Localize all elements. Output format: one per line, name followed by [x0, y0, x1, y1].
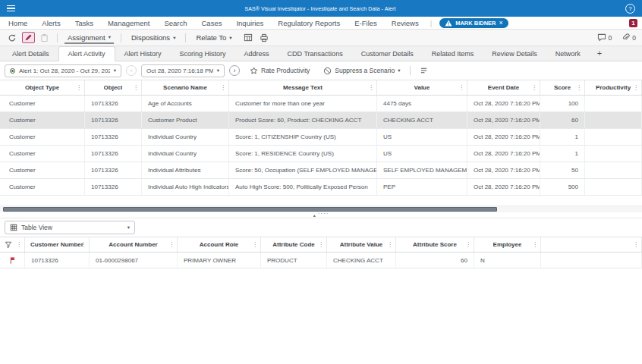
table-view-select[interactable]: Table View ▾	[5, 221, 135, 234]
column-menu-icon[interactable]: ⋮	[458, 85, 464, 91]
dispositions-button[interactable]: Dispositions ▾	[128, 32, 178, 43]
menu-item-search[interactable]: Search	[164, 19, 187, 27]
table-row[interactable]: Customer10713326Individual AttributesSco…	[0, 162, 642, 179]
column-menu-icon[interactable]: ⋮	[133, 85, 139, 91]
column-header-value[interactable]: Value⋮	[377, 80, 467, 95]
attachments-button[interactable]: 0	[622, 33, 636, 42]
comments-button[interactable]: 0	[597, 33, 612, 42]
scrollbar-thumb[interactable]	[3, 207, 497, 212]
column-menu-icon[interactable]: ⋮	[220, 85, 226, 91]
column-header-event-date[interactable]: Event Date⋮	[467, 80, 540, 95]
assignment-button[interactable]: Assignment ▾	[65, 32, 114, 44]
menu-item-home[interactable]: Home	[8, 19, 27, 27]
cell-object-type: Customer	[0, 179, 85, 195]
refresh-button[interactable]	[6, 33, 18, 43]
tab-alert-activity[interactable]: Alert Activity	[58, 46, 115, 61]
cell-productivity	[585, 179, 642, 195]
table-row[interactable]: Customer10713326Individual CountryScore:…	[0, 146, 642, 162]
close-icon[interactable]: ×	[499, 20, 503, 27]
suppress-scenario-button[interactable]: Suppress a Scenario ▾	[321, 65, 402, 77]
tab-network[interactable]: Network	[546, 47, 590, 61]
column-menu-icon[interactable]: ⋮	[576, 85, 582, 91]
column-header-score[interactable]: Score⋮	[540, 80, 585, 95]
column-menu-icon[interactable]: ⋮	[80, 242, 87, 248]
tab-cdd-transactions[interactable]: CDD Transactions	[279, 47, 352, 61]
column-header-scenario-name[interactable]: Scenario Name⋮	[142, 80, 229, 95]
menu-item-e-files[interactable]: E-Files	[354, 19, 377, 27]
column-header-label: Customer Number	[30, 241, 83, 248]
event-time-select[interactable]: Oct 28, 2020 7:16:18 PM ▾	[141, 64, 225, 77]
tab-review-details[interactable]: Review Details	[483, 47, 546, 61]
table-row[interactable]: 1071332601-0000298067PRIMARY OWNERPRODUC…	[0, 253, 642, 268]
filter-funnel-icon[interactable]	[5, 241, 12, 249]
relate-to-button[interactable]: Relate To ▾	[193, 32, 234, 43]
hamburger-menu-icon[interactable]	[7, 5, 15, 12]
column-header-account-role[interactable]: Account Role⋮	[178, 237, 261, 252]
column-header-object[interactable]: Object⋮	[85, 80, 142, 95]
print-button[interactable]	[258, 33, 270, 43]
column-menu-icon[interactable]: ⋮	[387, 242, 393, 248]
warning-triangle-icon	[445, 20, 452, 27]
flag-cell	[0, 253, 25, 268]
column-header-customer-number[interactable]: Customer Number⋮	[25, 237, 90, 252]
table-row[interactable]: Customer10713326Individual Auto High Ind…	[0, 179, 642, 196]
column-menu-icon[interactable]: ⋮	[76, 85, 82, 91]
menu-item-inquiries[interactable]: Inquiries	[236, 19, 263, 27]
column-header-message-text[interactable]: Message Text⋮	[229, 80, 377, 95]
cell-object: 10713326	[85, 162, 142, 178]
column-menu-icon[interactable]: ⋮	[318, 242, 324, 248]
table-row[interactable]: Customer10713326Age of AccountsCustomer …	[0, 96, 642, 112]
clipboard-button[interactable]	[39, 33, 50, 43]
menu-item-alerts[interactable]: Alerts	[42, 19, 60, 27]
column-menu-icon[interactable]: ⋮	[252, 242, 258, 248]
tab-customer-details[interactable]: Customer Details	[352, 47, 423, 61]
menu-item-management[interactable]: Management	[108, 19, 149, 27]
column-header-attribute-code[interactable]: Attribute Code⋮	[261, 237, 327, 252]
export-table-button[interactable]	[242, 33, 254, 42]
column-menu-icon[interactable]: ⋮	[368, 85, 374, 91]
column-header-account-number[interactable]: Account Number⋮	[90, 237, 178, 252]
column-menu-icon[interactable]: ⋮	[168, 242, 175, 248]
menu-item-reviews[interactable]: Reviews	[392, 19, 419, 27]
tab-alert-history[interactable]: Alert History	[115, 47, 171, 61]
view-options-button[interactable]	[418, 66, 430, 75]
column-header-object-type[interactable]: Object Type⋮	[0, 80, 85, 95]
cell-object-type: Customer	[0, 112, 85, 128]
column-menu-icon[interactable]: ⋮	[531, 85, 537, 91]
column-menu-icon[interactable]: ⋮	[16, 242, 22, 248]
notification-badge[interactable]: 1	[629, 19, 637, 27]
table-row[interactable]: Customer10713326Customer ProductProduct …	[0, 112, 642, 129]
relate-to-label: Relate To	[196, 33, 226, 42]
entity-pill-mark-bidner[interactable]: MARK BIDNER ×	[439, 18, 508, 28]
tab-address[interactable]: Address	[235, 47, 279, 61]
edit-mode-toggle[interactable]	[22, 32, 35, 43]
previous-event-button[interactable]: ‹	[126, 65, 137, 76]
menu-item-tasks[interactable]: Tasks	[75, 19, 93, 27]
column-menu-icon[interactable]: ⋮	[633, 85, 639, 91]
add-tab-button[interactable]: +	[590, 46, 609, 61]
tab-alert-details[interactable]: Alert Details	[3, 47, 58, 61]
column-header-attribute-score[interactable]: Attribute Score⋮	[396, 237, 474, 252]
rate-productivity-label: Rate Productivity	[261, 67, 310, 74]
column-header-productivity[interactable]: Productivity⋮	[585, 80, 642, 95]
column-menu-icon[interactable]: ⋮	[633, 242, 639, 248]
tab-related-items[interactable]: Related Items	[423, 47, 483, 61]
column-header-employee[interactable]: Employee⋮	[474, 237, 541, 252]
menu-item-cases[interactable]: Cases	[202, 19, 222, 27]
rate-productivity-button[interactable]: Rate Productivity	[247, 65, 312, 77]
column-header-attribute-value[interactable]: Attribute Value⋮	[327, 237, 396, 252]
tab-list: Alert DetailsAlert ActivityAlert History…	[3, 46, 590, 61]
help-icon[interactable]	[625, 4, 635, 14]
table-row[interactable]: Customer10713326Individual CountryScore:…	[0, 129, 642, 146]
next-event-button[interactable]: ›	[229, 65, 240, 76]
filter-header-cell[interactable]: ⋮	[0, 237, 25, 252]
menu-item-regulatory-reports[interactable]: Regulatory Reports	[278, 19, 340, 27]
chevron-down-icon: ▾	[109, 34, 111, 40]
pane-splitter[interactable]: ▴ ····	[0, 212, 642, 218]
column-menu-icon[interactable]: ⋮	[465, 242, 471, 248]
activity-table: Object Type⋮Object⋮Scenario Name⋮Message…	[0, 80, 642, 206]
alert-range-select[interactable]: Alert 1: Oct 28, 2020 - Oct 29, 2020 ▾	[5, 64, 121, 77]
tab-scoring-history[interactable]: Scoring History	[171, 47, 235, 61]
column-menu-icon[interactable]: ⋮	[532, 242, 538, 248]
table-grid-icon	[10, 224, 17, 231]
